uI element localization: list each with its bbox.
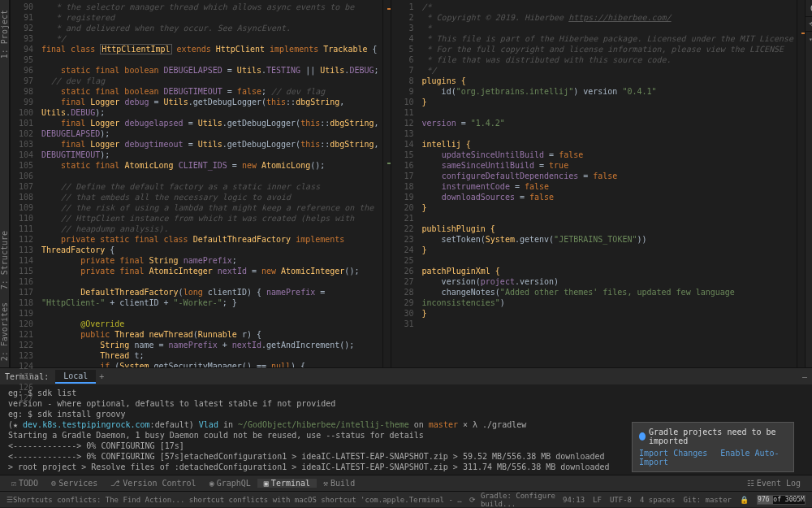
gradle-item[interactable]: ▸■other — [806, 147, 812, 158]
gradle-item[interactable]: ▾◉intellij-theme — [806, 33, 812, 45]
editor-left-minimap[interactable] — [382, 0, 391, 367]
status-menu-icon[interactable]: ☰ — [6, 496, 13, 504]
bottom-tool-tabs: ☑ TODO ⚙ Services ⎇ Version Control ◉ Gr… — [0, 475, 812, 491]
gradle-item[interactable]: ▸■main — [806, 56, 812, 67]
lock-icon[interactable]: 🔒 — [740, 496, 749, 504]
gradle-item[interactable]: ▸■intellij — [806, 136, 812, 147]
info-icon — [639, 432, 646, 441]
tab-todo[interactable]: ☑ TODO — [5, 479, 45, 488]
status-git[interactable]: Git: master — [683, 496, 732, 504]
gradle-item[interactable]: ▾■Source Sets — [806, 45, 812, 56]
gradle-import-notification: Gradle projects need to be imported Impo… — [632, 422, 794, 472]
gradle-header: Gradle ⟳ ⋮ — — [806, 0, 812, 17]
terminal-add-icon[interactable]: + — [99, 372, 104, 381]
gradle-item[interactable]: ▾■Tasks — [806, 79, 812, 90]
gradle-sync-icon[interactable]: ⟲ — [809, 20, 812, 28]
gradle-item[interactable]: ▸■build — [806, 90, 812, 102]
editor-right-code[interactable]: /* * Copyright © 2019. Hiberbee https://… — [419, 0, 797, 367]
gradle-item[interactable]: ▸■documentation — [806, 113, 812, 124]
editor-left-gutter: 9091929394959697989910010110210310410510… — [11, 0, 38, 367]
gradle-item[interactable]: ▸■test — [806, 67, 812, 79]
tab-project[interactable]: 1: Project — [0, 10, 9, 59]
tab-services[interactable]: ⚙ Services — [45, 479, 104, 488]
tab-favorites[interactable]: 2: Favorites — [0, 302, 9, 361]
status-encoding[interactable]: UTF-8 — [610, 496, 632, 504]
import-changes-link[interactable]: Import Changes — [639, 449, 707, 458]
editor-left-code[interactable]: * the selector manager thread which allo… — [38, 0, 382, 367]
tab-graphql[interactable]: ◉ GraphQL — [203, 479, 257, 488]
gradle-item[interactable]: ▸■build setup — [806, 102, 812, 113]
status-build-msg: Gradle: Configure build... — [481, 492, 563, 508]
memory-indicator[interactable]: 976 of 3005M — [757, 495, 806, 505]
left-tool-strip: 1: Project 7: Structure 2: Favorites — [0, 0, 10, 367]
tab-build[interactable]: ⚒ Build — [317, 479, 361, 488]
terminal-tab-local[interactable]: Local — [55, 370, 96, 384]
tab-structure[interactable]: 7: Structure — [0, 231, 9, 289]
gradle-toolbar: ⟲ + − ▶ — [806, 17, 812, 32]
status-indent[interactable]: 4 spaces — [640, 496, 675, 504]
tab-terminal[interactable]: ▣ Terminal — [257, 479, 317, 488]
tab-eventlog[interactable]: ☷ Event Log — [741, 479, 807, 488]
terminal-hide-icon[interactable]: — — [802, 372, 807, 381]
editor-right-gutter: 1234567891011121314151617181920212223242… — [391, 0, 419, 367]
editor-right[interactable]: 1234567891011121314151617181920212223242… — [391, 0, 806, 367]
gradle-item[interactable]: ▸■verification — [806, 158, 812, 170]
terminal-tabs: Terminal: Local + — — [0, 368, 812, 384]
notification-title: Gradle projects need to be imported — [649, 428, 787, 445]
status-caret-pos[interactable]: 94:13 — [563, 496, 585, 504]
editor-left[interactable]: 9091929394959697989910010110210310410510… — [11, 0, 391, 367]
gradle-panel: Gradle ⟳ ⋮ — ⟲ + − ▶ ▾◉intellij-theme▾■S… — [806, 0, 812, 367]
status-message: Shortcuts conflicts: The Find Action... … — [13, 496, 464, 504]
status-line-sep[interactable]: LF — [593, 496, 602, 504]
editor-right-minimap[interactable] — [797, 0, 805, 367]
editors: 9091929394959697989910010110210310410510… — [11, 0, 806, 367]
status-bar: ☰ Shortcuts conflicts: The Find Action..… — [0, 491, 812, 507]
status-progress-icon: ⟳ — [469, 496, 476, 504]
gradle-item[interactable]: ▸▸Run Configurations — [806, 170, 812, 181]
gradle-tree[interactable]: ▾◉intellij-theme▾■Source Sets▸■main▸■tes… — [806, 32, 812, 367]
gradle-item[interactable]: ▸■help — [806, 124, 812, 136]
tab-vcs[interactable]: ⎇ Version Control — [104, 479, 202, 488]
